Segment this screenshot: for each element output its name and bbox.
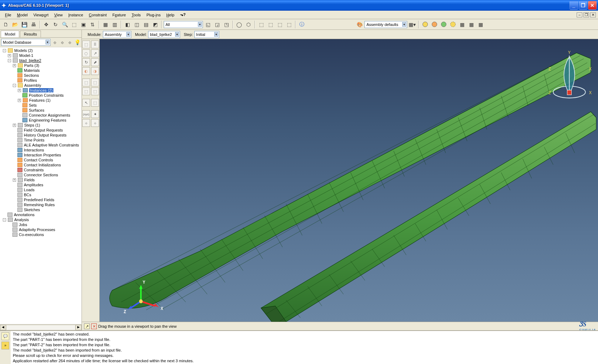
tree-adaptivity[interactable]: Adaptivity Processes	[6, 227, 82, 232]
menu-instance[interactable]: Instance	[65, 12, 86, 18]
hidden-button[interactable]: ▤	[142, 20, 150, 29]
selection-combo[interactable]: All	[164, 21, 203, 28]
tree-hor[interactable]: History Output Requests	[11, 133, 82, 138]
palette-icon[interactable]: 🎨	[355, 20, 364, 29]
tree-steps[interactable]: +Steps (1)	[11, 123, 82, 128]
tree-btn2[interactable]: ⟐	[59, 39, 65, 46]
sel-inside-button[interactable]: ◲	[213, 20, 221, 29]
doc-minimize-button[interactable]: –	[577, 12, 582, 17]
zoom-window-button[interactable]: ⬚	[70, 20, 78, 29]
tree-contact-init[interactable]: Contact Initializations	[11, 162, 82, 167]
menu-tools[interactable]: Tools	[129, 12, 144, 18]
pan-button[interactable]: ✥	[42, 20, 51, 29]
parallel-button[interactable]: ▥	[110, 20, 119, 29]
print-button[interactable]: 🖶	[29, 20, 38, 29]
tree-sketches[interactable]: Sketches	[11, 207, 82, 212]
tree-model-1[interactable]: +Model-1	[6, 53, 82, 58]
tool-t6[interactable]: ⬚	[91, 87, 99, 95]
model-tree[interactable]: -Models (2) +Model-1 -blad_bjelke2 +Part…	[0, 47, 82, 324]
tree-for[interactable]: Field Output Requests	[11, 128, 82, 133]
tree-features[interactable]: +Features (1)	[16, 98, 82, 103]
tool-t4[interactable]: ◑	[91, 67, 99, 75]
doc-restore-button[interactable]: ❐	[583, 12, 589, 17]
tree-models[interactable]: -Models (2)	[1, 48, 82, 53]
tree-timepoints[interactable]: Time Points	[11, 138, 82, 143]
tree-analysis[interactable]: -Analysis	[1, 217, 82, 222]
iso2-button[interactable]: ⬚	[266, 20, 275, 29]
menu-feature[interactable]: Feature	[110, 12, 129, 18]
color-combo[interactable]: Assembly defaults	[364, 21, 407, 28]
tool-translate[interactable]: ↗	[91, 49, 99, 57]
tree-parts[interactable]: +Parts (3)	[11, 63, 82, 68]
tree-ale[interactable]: ALE Adaptive Mesh Constraints	[11, 143, 82, 148]
tree-interaction-props[interactable]: Interaction Properties	[11, 152, 82, 157]
tab-results[interactable]: Results	[20, 31, 41, 37]
menu-plugins[interactable]: Plug-ins	[143, 12, 163, 18]
tree-annotations[interactable]: Annotations	[1, 212, 82, 217]
sel-all-button[interactable]: ◱	[204, 20, 212, 29]
tool-t3[interactable]: ◐	[82, 67, 90, 75]
tree-jobs[interactable]: Jobs	[6, 222, 82, 227]
console-messages[interactable]: The model "blad_bjelke2" has been create…	[11, 331, 598, 364]
zoom-button[interactable]: 🔍	[61, 20, 69, 29]
tool-t5[interactable]: ⬚	[82, 87, 90, 95]
tree-model-2[interactable]: -blad_bjelke2	[6, 58, 82, 63]
tool-t10[interactable]: ⟐	[91, 119, 99, 127]
tool-t8[interactable]: ⬚	[91, 99, 99, 107]
tree-sections[interactable]: Sections	[11, 73, 82, 78]
maximize-button[interactable]: ❐	[579, 1, 587, 10]
minimize-button[interactable]: _	[570, 1, 578, 10]
tool-linear[interactable]: ⠿	[91, 41, 99, 48]
tree-conn-assign[interactable]: Connector Assignments	[16, 113, 82, 118]
sel-cross-button[interactable]: ◳	[222, 20, 231, 29]
model-combo[interactable]: blad_bjelke2	[148, 31, 180, 38]
tree-sets[interactable]: Sets	[16, 103, 82, 108]
fit-button[interactable]: ▣	[79, 20, 88, 29]
tree-btn3[interactable]: ⟐	[67, 39, 73, 46]
new-button[interactable]: 🗋	[1, 20, 10, 29]
c5-button[interactable]: ▦	[458, 20, 466, 29]
tree-eng-features[interactable]: Engineering Features	[16, 118, 82, 123]
tree-tip-button[interactable]: 💡	[74, 39, 80, 46]
menu-whatsthis[interactable]: ⬎?	[177, 11, 189, 18]
doc-close-button[interactable]: ✕	[590, 12, 596, 17]
c7-button[interactable]: ▦	[476, 20, 485, 29]
tree-contact-controls[interactable]: Contact Controls	[11, 157, 82, 162]
rotate-button[interactable]: ↻	[51, 20, 60, 29]
tree-coexec[interactable]: Co-executions	[6, 232, 82, 237]
tree-conn-sections[interactable]: Connector Sections	[11, 172, 82, 177]
tool-cut[interactable]: ⬚	[91, 79, 99, 86]
save-button[interactable]: 💾	[20, 20, 28, 29]
tool-merge[interactable]: ⬚	[82, 79, 90, 86]
tree-amplitudes[interactable]: Amplitudes	[11, 182, 82, 187]
c1-button[interactable]	[421, 20, 429, 29]
wire-button[interactable]: ◫	[132, 20, 141, 29]
sel-poly-button[interactable]: ⬡	[244, 20, 253, 29]
tree-fields[interactable]: +Fields	[11, 177, 82, 182]
tree-interactions[interactable]: Interactions	[11, 148, 82, 152]
c3-button[interactable]	[439, 20, 448, 29]
console-btn1[interactable]: 💬	[1, 332, 9, 340]
shaded-button[interactable]: ◩	[151, 20, 159, 29]
tool-xyz[interactable]: (xyz)	[82, 110, 90, 118]
tree-surfaces[interactable]: Surfaces	[16, 108, 82, 113]
c4-button[interactable]	[448, 20, 457, 29]
tree-instances[interactable]: +Instances (2)	[16, 88, 82, 93]
tree-assembly[interactable]: -Assembly	[11, 83, 82, 88]
info-button[interactable]: ⓘ	[298, 20, 306, 29]
step-combo[interactable]: Initial	[194, 31, 219, 38]
cycle-views-button[interactable]: ⇅	[88, 20, 97, 29]
iso1-button[interactable]: ⬚	[257, 20, 266, 29]
open-button[interactable]: 📂	[11, 20, 19, 29]
tool-csys[interactable]: ✦	[91, 110, 99, 118]
menu-constraint[interactable]: Constraint	[86, 12, 110, 18]
c6-button[interactable]: ▦	[467, 20, 476, 29]
tree-pos-constraints[interactable]: Position Constraints	[16, 93, 82, 98]
tool-radial[interactable]: ◌	[82, 49, 90, 57]
tool-t9[interactable]: ⟐	[82, 119, 90, 127]
tree-predef[interactable]: Predefined Fields	[11, 197, 82, 202]
tree-materials[interactable]: Materials	[11, 68, 82, 73]
iso3-button[interactable]: ⬚	[276, 20, 284, 29]
viewport[interactable]: Z X Y Z X X Y	[100, 39, 598, 322]
close-button[interactable]: ✕	[588, 1, 597, 10]
